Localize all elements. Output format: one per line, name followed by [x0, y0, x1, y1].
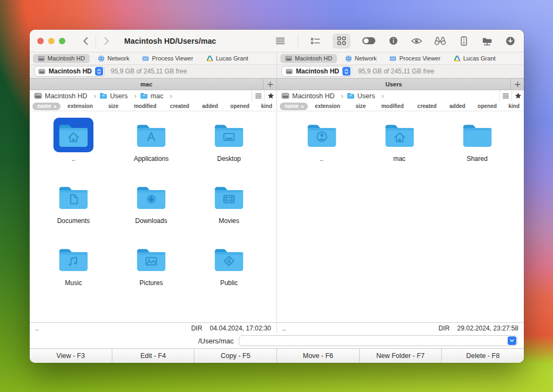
pane-title[interactable]: Users	[277, 79, 510, 90]
icon-view-icon[interactable]	[333, 33, 350, 49]
breadcrumb-segment[interactable]: Macintosh HD	[281, 92, 347, 100]
new-folder-f7-button[interactable]: New Folder - F7	[359, 349, 442, 363]
forward-icon[interactable]	[100, 35, 112, 47]
path-history-icon[interactable]	[252, 90, 264, 102]
favorites-star-icon[interactable]	[511, 90, 524, 102]
left-file-grid: .. Applications Desktop Documents	[35, 118, 276, 304]
applications-folder-icon	[131, 118, 171, 152]
file-item-label: Public	[220, 279, 238, 287]
file-item-movies[interactable]: Movies	[190, 180, 268, 242]
toggle-panels-icon[interactable]	[362, 33, 376, 49]
new-tab-icon[interactable]	[510, 79, 524, 90]
download-icon[interactable]	[504, 33, 516, 49]
user-folder-icon	[302, 118, 342, 152]
list-view-icon[interactable]	[309, 33, 321, 49]
documents-folder-icon	[53, 180, 93, 214]
column-extension[interactable]: extension	[308, 103, 347, 109]
tab-macintosh-hd[interactable]: Macintosh HD	[280, 54, 337, 63]
file-item-parent[interactable]: ..	[283, 118, 361, 180]
copy-f5-button[interactable]: Copy - F5	[194, 349, 276, 363]
breadcrumb-segment[interactable]: mac	[140, 92, 176, 100]
tab-process-viewer[interactable]: Process Viewer	[137, 54, 198, 63]
tab-network[interactable]: Network	[340, 54, 381, 63]
column-added[interactable]: added	[196, 103, 225, 109]
file-item-label: Music	[65, 279, 82, 287]
pictures-folder-icon	[131, 242, 171, 276]
column-created[interactable]: created	[164, 103, 196, 109]
breadcrumb-segment[interactable]: Users	[99, 92, 140, 100]
file-item-label: mac	[393, 155, 406, 163]
file-panes: .. Applications Desktop Documents	[30, 111, 524, 322]
column-size[interactable]: size	[100, 103, 127, 109]
file-item-documents[interactable]: Documents	[35, 180, 112, 242]
tab-macintosh-hd[interactable]: Macintosh HD	[33, 54, 90, 63]
column-opened[interactable]: opened	[471, 103, 503, 109]
right-column-headers: name extension size modified created add…	[276, 102, 524, 111]
file-item-mac[interactable]: mac	[361, 118, 439, 180]
file-item-downloads[interactable]: Downloads	[112, 180, 190, 242]
column-name[interactable]: name	[32, 103, 60, 110]
back-icon[interactable]	[79, 35, 91, 47]
file-item-shared[interactable]: Shared	[439, 118, 516, 180]
left-pane-header: mac	[30, 79, 276, 90]
zoom-button[interactable]	[59, 38, 65, 44]
edit-f4-button[interactable]: Edit - F4	[112, 349, 194, 363]
tab-network[interactable]: Network	[93, 54, 134, 63]
drive-select[interactable]: Macintosh HD	[34, 66, 105, 77]
column-extension[interactable]: extension	[60, 103, 100, 109]
view-f3-button[interactable]: View - F3	[30, 349, 112, 363]
column-modified[interactable]: modified	[374, 103, 411, 109]
pane-title[interactable]: mac	[30, 79, 263, 90]
command-history-dropdown-icon[interactable]	[508, 336, 516, 345]
column-kind[interactable]: kind	[255, 103, 274, 109]
file-item-music[interactable]: Music	[35, 242, 112, 304]
command-line-row: /Users/mac	[30, 333, 524, 348]
file-item-desktop[interactable]: Desktop	[190, 118, 268, 180]
file-item-public[interactable]: Public	[190, 242, 268, 304]
breadcrumb-actions	[252, 90, 276, 102]
column-added[interactable]: added	[443, 103, 472, 109]
desktop-wallpaper: Macintosh HD/Users/mac	[0, 0, 553, 392]
status-bar-row: .. DIR 04.04.2024, 17:02:30 .. DIR 29.02…	[30, 322, 524, 333]
column-size[interactable]: size	[347, 103, 374, 109]
column-kind[interactable]: kind	[503, 103, 521, 109]
right-pane-header: Users	[276, 79, 524, 90]
status-selected-item: ..	[282, 325, 286, 332]
file-item-parent[interactable]: ..	[35, 118, 112, 180]
breadcrumb-segment[interactable]: Users	[347, 92, 387, 100]
drive-dropdown-icon[interactable]	[342, 67, 350, 76]
minimize-button[interactable]	[48, 38, 55, 44]
delete-f8-button[interactable]: Delete - F8	[441, 349, 524, 363]
tab-label: Network	[107, 55, 129, 62]
file-item-pictures[interactable]: Pictures	[112, 242, 190, 304]
column-name[interactable]: name	[280, 103, 308, 110]
preview-eye-icon[interactable]	[410, 33, 422, 49]
menu-icon[interactable]	[274, 33, 286, 49]
tab-process-viewer[interactable]: Process Viewer	[385, 54, 445, 63]
network-share-icon[interactable]	[481, 33, 493, 49]
drive-select[interactable]: Macintosh HD	[281, 66, 352, 77]
close-button[interactable]	[37, 38, 44, 44]
traffic-lights	[37, 38, 65, 44]
move-f6-button[interactable]: Move - F6	[276, 349, 359, 363]
column-opened[interactable]: opened	[224, 103, 255, 109]
right-panel-tabs: Macintosh HD Network Process Viewer Luca…	[276, 52, 524, 64]
tab-lucas-grant[interactable]: Lucas Grant	[201, 54, 253, 63]
tab-lucas-grant[interactable]: Lucas Grant	[449, 54, 501, 63]
new-tab-icon[interactable]	[263, 79, 276, 90]
file-item-applications[interactable]: Applications	[112, 118, 190, 180]
info-icon[interactable]	[387, 33, 399, 49]
file-item-label: Pictures	[139, 279, 163, 287]
favorites-star-icon[interactable]	[264, 90, 276, 102]
status-date: 29.02.2024, 23:27:58	[457, 325, 518, 332]
path-history-icon[interactable]	[499, 90, 511, 102]
drive-dropdown-icon[interactable]	[95, 67, 103, 76]
breadcrumb-segment[interactable]: Macintosh HD	[34, 92, 99, 100]
command-input[interactable]	[239, 335, 517, 346]
column-modified[interactable]: modified	[127, 103, 164, 109]
breadcrumb-row: Macintosh HD Users mac	[30, 90, 524, 102]
archive-icon[interactable]	[458, 33, 470, 49]
drive-name: Macintosh HD	[296, 67, 339, 75]
column-created[interactable]: created	[411, 103, 443, 109]
search-binoculars-icon[interactable]	[434, 33, 447, 49]
